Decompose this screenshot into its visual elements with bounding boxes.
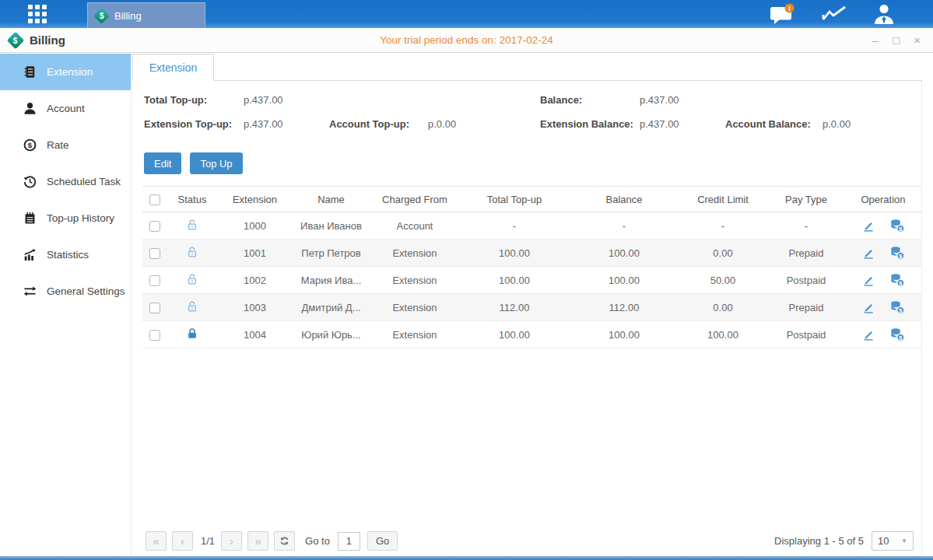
cell-balance: 100.00 bbox=[570, 267, 679, 294]
row-checkbox[interactable] bbox=[149, 330, 160, 341]
cell-pay-type: Prepaid bbox=[767, 294, 845, 321]
trial-notice: Your trial period ends on: 2017-02-24 bbox=[0, 34, 933, 46]
toolbar: Edit Top Up bbox=[142, 152, 921, 174]
edit-icon[interactable] bbox=[861, 246, 875, 260]
col-status: Status bbox=[167, 187, 218, 212]
last-page-button[interactable]: » bbox=[247, 531, 268, 551]
edit-icon[interactable] bbox=[861, 219, 875, 233]
cell-total-topup: 100.00 bbox=[459, 321, 570, 348]
cell-total-topup: - bbox=[459, 212, 570, 240]
account-balance-label: Account Balance: bbox=[725, 118, 811, 130]
stats-chart-icon bbox=[23, 248, 37, 261]
cell-pay-type: Prepaid bbox=[767, 240, 845, 267]
sidebar-item-scheduled-task[interactable]: Scheduled Task bbox=[0, 163, 131, 200]
refresh-button[interactable] bbox=[274, 531, 295, 551]
first-page-button[interactable]: « bbox=[146, 531, 167, 551]
prev-page-button[interactable]: ‹ bbox=[172, 531, 193, 551]
cell-extension: 1002 bbox=[218, 267, 292, 294]
edit-icon[interactable] bbox=[861, 273, 875, 287]
col-operation: Operation bbox=[845, 187, 921, 212]
top-up-coins-icon[interactable]: $ bbox=[889, 246, 905, 260]
col-credit-limit: Credit Limit bbox=[679, 187, 767, 212]
maximize-icon[interactable]: □ bbox=[893, 34, 900, 46]
cell-extension: 1004 bbox=[218, 321, 292, 348]
row-checkbox[interactable] bbox=[149, 275, 160, 286]
displaying-text: Displaying 1 - 5 of 5 bbox=[774, 535, 864, 547]
account-balance-value: p.0.00 bbox=[823, 118, 851, 130]
page-size-value: 10 bbox=[878, 535, 889, 547]
svg-text:!: ! bbox=[788, 5, 791, 12]
sidebar-item-extension[interactable]: Extension bbox=[0, 54, 131, 90]
next-page-button[interactable]: › bbox=[221, 531, 242, 551]
sidebar-item-account[interactable]: Account bbox=[0, 90, 131, 127]
sidebar-item-label: Rate bbox=[47, 139, 69, 151]
notifications-chat-icon[interactable]: ! bbox=[770, 3, 796, 25]
cell-balance: 112.00 bbox=[570, 294, 679, 321]
cell-charged-from: Extension bbox=[370, 267, 459, 294]
top-up-button[interactable]: Top Up bbox=[190, 152, 242, 174]
resource-monitor-icon[interactable] bbox=[821, 4, 847, 24]
cell-balance: 100.00 bbox=[570, 321, 679, 348]
sidebar-item-general-settings[interactable]: General Settings bbox=[0, 273, 131, 310]
person-icon bbox=[23, 102, 37, 115]
extension-topup-value: p.437.00 bbox=[244, 118, 283, 130]
sidebar-item-label: Scheduled Task bbox=[47, 176, 121, 187]
goto-page-input[interactable] bbox=[338, 532, 360, 551]
sidebar-item-rate[interactable]: $ Rate bbox=[0, 127, 131, 163]
window-titlebar: Your trial period ends on: 2017-02-24 $ … bbox=[0, 28, 933, 53]
top-up-coins-icon[interactable]: $ bbox=[889, 300, 905, 314]
select-all-checkbox[interactable] bbox=[149, 194, 160, 205]
tab-extension[interactable]: Extension bbox=[132, 54, 214, 81]
top-up-coins-icon[interactable]: $ bbox=[889, 219, 905, 233]
cell-name: Юрий Юрь... bbox=[292, 321, 370, 348]
table-header-row: Status Extension Name Charged From Total… bbox=[142, 187, 921, 212]
close-icon[interactable]: × bbox=[914, 34, 921, 46]
go-button[interactable]: Go bbox=[367, 531, 398, 551]
extensions-table: Status Extension Name Charged From Total… bbox=[142, 186, 921, 348]
cell-pay-type: Postpaid bbox=[767, 267, 845, 294]
top-up-coins-icon[interactable]: $ bbox=[889, 327, 905, 341]
tab-label: Extension bbox=[149, 61, 197, 74]
edit-icon[interactable] bbox=[861, 327, 875, 341]
cell-name: Петр Петров bbox=[292, 240, 370, 267]
row-checkbox[interactable] bbox=[149, 248, 160, 259]
col-pay-type: Pay Type bbox=[767, 187, 845, 212]
edit-icon[interactable] bbox=[861, 300, 875, 314]
account-topup-value: p.0.00 bbox=[428, 118, 456, 130]
edit-button[interactable]: Edit bbox=[144, 152, 181, 174]
extension-balance-label: Extension Balance: bbox=[540, 118, 633, 130]
lock-open-icon bbox=[186, 300, 198, 313]
sidebar-item-label: General Settings bbox=[47, 285, 125, 297]
col-balance: Balance bbox=[570, 187, 679, 212]
top-up-coins-icon[interactable]: $ bbox=[889, 273, 905, 287]
account-topup-label: Account Top-up: bbox=[329, 118, 409, 130]
row-checkbox[interactable] bbox=[149, 303, 160, 313]
cell-credit-limit: 0.00 bbox=[679, 240, 767, 267]
cell-total-topup: 100.00 bbox=[459, 240, 570, 267]
cell-credit-limit: 0.00 bbox=[679, 294, 767, 321]
notebook-icon bbox=[23, 212, 37, 225]
cell-extension: 1001 bbox=[218, 240, 292, 267]
page-indicator: 1/1 bbox=[201, 535, 215, 547]
app-body: Extension Account $ Rate Scheduled Task bbox=[0, 53, 933, 556]
tab-strip: Extension bbox=[132, 54, 922, 81]
ledger-icon bbox=[23, 65, 37, 79]
extension-panel: Total Top-up: p.437.00 Balance: p.437.00… bbox=[142, 81, 922, 556]
sidebar-item-label: Account bbox=[47, 103, 85, 114]
table-row: 1002 Мария Ива... Extension 100.00 100.0… bbox=[142, 267, 921, 294]
sidebar-item-statistics[interactable]: Statistics bbox=[0, 236, 131, 273]
window-bottom-edge bbox=[0, 556, 933, 560]
page-size-select[interactable]: 10 ▼ bbox=[872, 531, 914, 551]
row-checkbox[interactable] bbox=[149, 221, 160, 232]
user-account-icon[interactable] bbox=[872, 3, 896, 25]
lock-open-icon bbox=[186, 246, 198, 258]
total-topup-label: Total Top-up: bbox=[144, 94, 207, 106]
cell-credit-limit: 100.00 bbox=[679, 321, 767, 348]
taskbar-tab-label: Billing bbox=[114, 10, 142, 22]
sidebar-item-topup-history[interactable]: Top-up History bbox=[0, 200, 131, 236]
minimize-icon[interactable]: – bbox=[872, 34, 879, 46]
goto-label: Go to bbox=[305, 535, 330, 547]
window-controls: – □ × bbox=[872, 34, 921, 46]
taskbar-tab-billing[interactable]: $ Billing bbox=[87, 2, 205, 28]
apps-grid-icon[interactable] bbox=[28, 5, 47, 23]
